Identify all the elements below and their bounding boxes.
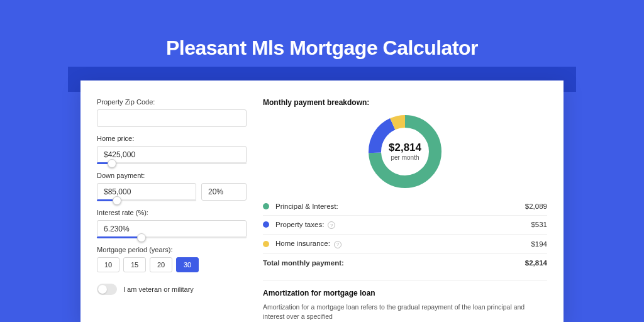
legend-dot	[263, 203, 269, 209]
home-price-group: Home price:	[97, 135, 247, 164]
down-payment-group: Down payment:	[97, 172, 247, 201]
breakdown-heading: Monthly payment breakdown:	[263, 98, 547, 107]
legend-value: $531	[531, 221, 547, 228]
legend-list: Principal & Interest:$2,089Property taxe…	[263, 197, 547, 272]
home-price-label: Home price:	[97, 135, 247, 142]
period-button-10[interactable]: 10	[97, 257, 119, 272]
form-panel: Property Zip Code: Home price: Down paym…	[97, 98, 247, 322]
period-button-15[interactable]: 15	[123, 257, 146, 272]
legend-total-name: Total monthly payment:	[263, 259, 525, 267]
legend-dot	[263, 221, 269, 228]
legend-value: $2,089	[525, 203, 547, 210]
legend-total-row: Total monthly payment:$2,814	[263, 253, 547, 272]
interest-input[interactable]	[97, 220, 247, 238]
period-label: Mortgage period (years):	[97, 246, 247, 253]
stage: Pleasant Mls Mortgage Calculator Propert…	[0, 0, 644, 322]
donut-wrap: $2,814 per month	[263, 112, 547, 191]
zip-input[interactable]	[97, 109, 247, 127]
donut-amount: $2,814	[389, 142, 421, 154]
legend-dot	[263, 241, 269, 247]
legend-total-value: $2,814	[525, 259, 547, 267]
interest-slider[interactable]	[97, 236, 247, 238]
legend-row: Principal & Interest:$2,089	[263, 197, 547, 215]
donut-sub: per month	[391, 154, 419, 161]
period-button-20[interactable]: 20	[150, 257, 172, 272]
info-icon[interactable]: ?	[328, 221, 335, 229]
down-payment-pct-input[interactable]	[201, 183, 247, 201]
legend-row: Property taxes:?$531	[263, 215, 547, 235]
home-price-slider[interactable]	[97, 162, 247, 164]
veteran-row: I am veteran or military	[97, 284, 247, 295]
down-payment-input[interactable]	[97, 183, 196, 201]
zip-label: Property Zip Code:	[97, 98, 247, 106]
info-icon[interactable]: ?	[334, 241, 341, 248]
interest-label: Interest rate (%):	[97, 209, 247, 216]
legend-name: Home insurance:?	[275, 240, 531, 248]
breakdown-panel: Monthly payment breakdown: $2,814 per mo…	[263, 98, 547, 322]
veteran-toggle[interactable]	[97, 284, 117, 295]
period-buttons: 10152030	[97, 257, 247, 272]
donut-chart: $2,814 per month	[367, 114, 443, 189]
legend-name: Property taxes:?	[275, 221, 531, 230]
legend-row: Home insurance:?$194	[263, 234, 547, 253]
legend-value: $194	[531, 240, 547, 248]
legend-name: Principal & Interest:	[275, 203, 525, 210]
page-title: Pleasant Mls Mortgage Calculator	[0, 0, 644, 60]
down-payment-label: Down payment:	[97, 172, 247, 179]
period-button-30[interactable]: 30	[176, 257, 199, 272]
interest-group: Interest rate (%):	[97, 209, 247, 238]
amortization-heading: Amortization for mortgage loan	[263, 289, 547, 297]
amortization-section: Amortization for mortgage loan Amortizat…	[263, 280, 547, 323]
veteran-label: I am veteran or military	[123, 286, 194, 293]
amortization-body: Amortization for a mortgage loan refers …	[263, 303, 547, 323]
zip-group: Property Zip Code:	[97, 98, 247, 127]
down-payment-slider[interactable]	[97, 199, 196, 201]
home-price-input[interactable]	[97, 146, 247, 164]
donut-center: $2,814 per month	[367, 114, 443, 189]
calculator-card: Property Zip Code: Home price: Down paym…	[80, 80, 564, 322]
period-group: Mortgage period (years): 10152030	[97, 246, 247, 272]
